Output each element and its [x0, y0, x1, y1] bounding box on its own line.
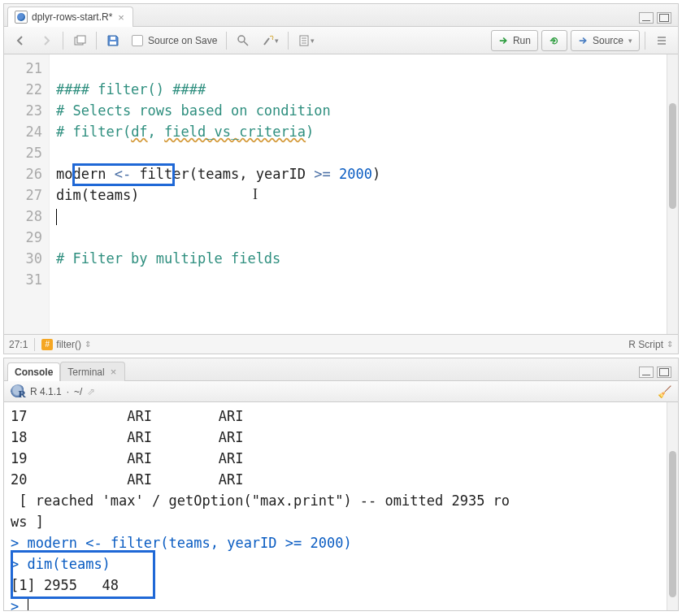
console-line: 18 ARI ARI [11, 429, 244, 445]
minimize-pane-button[interactable] [639, 367, 654, 378]
code-token: <- [115, 166, 131, 182]
maximize-pane-button[interactable] [657, 12, 671, 24]
toolbar-separator [645, 32, 645, 50]
svg-point-4 [238, 36, 245, 42]
line-number: 30 [7, 248, 42, 269]
code-token [331, 166, 339, 182]
run-label: Run [513, 35, 531, 46]
source-on-save-toggle[interactable]: Source on Save [128, 30, 221, 51]
run-button[interactable]: Run [491, 30, 538, 51]
dot-separator: · [67, 386, 69, 397]
console-output[interactable]: 17 ARI ARI 18 ARI ARI 19 ARI ARI 20 ARI … [4, 402, 667, 610]
console-token: 2000 [311, 535, 344, 551]
console-line: 20 ARI ARI [11, 471, 244, 488]
code-token: df [131, 124, 147, 140]
rerun-button[interactable] [541, 30, 567, 51]
toolbar-separator [288, 32, 289, 50]
console-scrollbar[interactable] [667, 402, 678, 610]
code-token: , [148, 124, 164, 140]
clear-console-icon[interactable]: 🧹 [658, 385, 671, 398]
maximize-pane-button[interactable] [657, 367, 671, 378]
code-area[interactable]: #### filter() #### # Selects rows based … [50, 54, 667, 334]
editor-tabbar: dplyr-rows-start.R* × [4, 4, 678, 27]
scroll-thumb[interactable] [669, 451, 676, 597]
close-tab-icon[interactable]: × [116, 11, 126, 24]
line-gutter: 21 22 23 24 25 26 27 28 29 30 31 [4, 54, 50, 334]
code-token: ) [306, 124, 314, 140]
line-number: 29 [7, 227, 42, 248]
r-file-icon [15, 11, 28, 24]
code-token: modern [56, 166, 115, 182]
forward-button[interactable] [35, 30, 58, 51]
find-button[interactable] [232, 30, 254, 51]
tab-label: Console [15, 367, 53, 378]
file-type-label[interactable]: R Script [628, 339, 663, 350]
editor-toolbar: Source on Save ▾ ▾ Run Source ▾ [4, 27, 678, 54]
code-tools-button[interactable]: ▾ [258, 30, 283, 51]
editor-statusbar: 27:1 # filter() ⇕ R Script ⇕ [4, 334, 678, 354]
code-line: # Selects rows based on condition [56, 102, 331, 119]
console-line: 17 ARI ARI [11, 408, 244, 424]
toolbar-separator [63, 32, 63, 50]
line-number: 25 [7, 142, 42, 163]
section-nav[interactable]: # filter() ⇕ [41, 339, 91, 350]
editor-body[interactable]: 21 22 23 24 25 26 27 28 29 30 31 #### fi… [4, 54, 678, 334]
outline-button[interactable] [650, 30, 673, 51]
svg-rect-1 [77, 36, 85, 43]
tab-label: Terminal [67, 367, 104, 378]
line-number: 28 [7, 206, 42, 227]
pane-window-controls [639, 12, 675, 26]
editor-tab-title: dplyr-rows-start.R* [32, 11, 112, 23]
scroll-thumb[interactable] [669, 103, 676, 209]
goto-dir-icon[interactable]: ⇗ [87, 386, 95, 397]
close-tab-icon[interactable]: × [109, 366, 119, 378]
tab-terminal[interactable]: Terminal × [60, 362, 125, 381]
source-button[interactable]: Source ▾ [571, 30, 640, 51]
save-button[interactable] [102, 30, 124, 51]
console-token: filter(teams, yearID [102, 535, 285, 551]
console-token: <- [85, 535, 102, 551]
section-badge-icon: # [41, 339, 53, 350]
console-line: [ reached 'max' / getOption("max.print")… [11, 492, 510, 509]
console-line: 19 ARI ARI [11, 450, 244, 466]
source-on-save-label: Source on Save [148, 35, 217, 46]
console-token: >= [285, 535, 302, 551]
line-number: 21 [7, 58, 42, 79]
code-token: ) [372, 166, 380, 182]
prompt-char: > [11, 556, 19, 572]
console-cmd: dim(teams) [28, 556, 111, 572]
svg-rect-2 [110, 41, 116, 45]
toolbar-separator [226, 32, 227, 50]
cursor-position: 27:1 [9, 339, 28, 350]
console-body[interactable]: 17 ARI ARI 18 ARI ARI 19 ARI ARI 20 ARI … [4, 402, 678, 610]
console-cursor [28, 599, 28, 610]
back-button[interactable] [9, 30, 32, 51]
minimize-pane-button[interactable] [639, 12, 654, 24]
r-version-label: R 4.1.1 [30, 386, 62, 397]
console-token [302, 535, 310, 551]
console-token: modern [28, 535, 86, 551]
source-on-save-checkbox[interactable] [132, 35, 143, 46]
code-token: # filter( [56, 124, 131, 140]
tab-console[interactable]: Console [7, 362, 60, 381]
line-number: 31 [7, 269, 42, 290]
svg-line-5 [244, 41, 248, 46]
code-token: >= [314, 166, 330, 182]
code-token: 2000 [339, 166, 372, 182]
working-dir[interactable]: ~/ [74, 386, 82, 397]
show-in-new-window-button[interactable] [68, 30, 91, 51]
code-token: filter(teams, yearID [131, 166, 314, 182]
line-number: 27 [7, 184, 42, 206]
code-line: # Filter by multiple fields [56, 250, 280, 267]
console-token: ) [344, 535, 352, 551]
editor-tab-active[interactable]: dplyr-rows-start.R* × [7, 7, 133, 27]
r-logo-icon [11, 384, 25, 399]
pane-window-controls [639, 367, 675, 380]
toolbar-separator [96, 32, 97, 50]
prompt-char: > [11, 535, 19, 551]
line-number: 23 [7, 100, 42, 121]
code-line: #### filter() #### [56, 81, 206, 98]
code-token: field_vs_criteria [164, 124, 306, 140]
editor-scrollbar[interactable] [667, 54, 678, 334]
compile-report-button[interactable]: ▾ [293, 30, 319, 51]
